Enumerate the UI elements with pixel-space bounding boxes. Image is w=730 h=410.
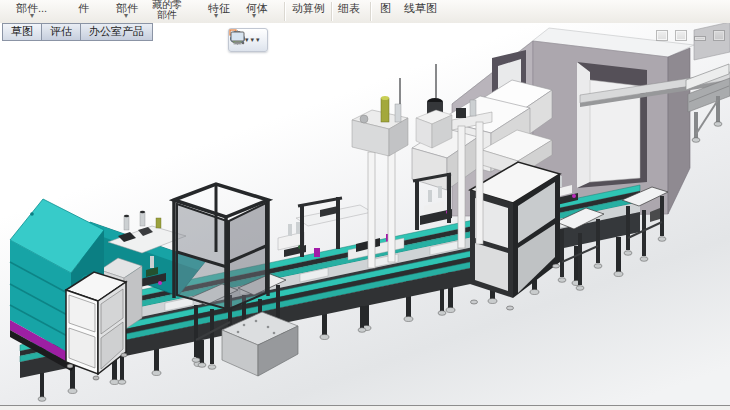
frame-cage[interactable] <box>174 184 268 312</box>
tab-evaluate[interactable]: 评估 <box>41 23 81 41</box>
tab-sketch[interactable]: 草图 <box>2 23 42 41</box>
ribbon-item-motion-study[interactable]: 动算例 <box>292 1 325 16</box>
ribbon-separator <box>331 2 332 21</box>
ribbon-item-mate[interactable]: 件 <box>78 1 89 16</box>
ribbon-item-exploded-view[interactable]: 图 <box>380 1 391 16</box>
ribbon-separator <box>284 2 285 21</box>
chevron-down-icon[interactable] <box>124 12 128 20</box>
graphics-viewport[interactable] <box>0 23 730 406</box>
outfeed-conveyor[interactable] <box>686 64 730 142</box>
app-window: 部件... 件 部件 藏的零部件 特征 何体 动算例 细表 图 线草图 草图 评… <box>0 0 730 410</box>
minimize-icon[interactable] <box>694 36 706 41</box>
ribbon-item-show-hidden-line2: 部件 <box>157 9 177 20</box>
commandmanager-tabs: 草图 评估 办公室产品 <box>2 23 152 41</box>
white-drawer-cabinet[interactable] <box>66 272 127 380</box>
corner-machine[interactable] <box>694 23 730 60</box>
tab-office-products[interactable]: 办公室产品 <box>80 23 153 41</box>
restore-icon[interactable] <box>656 30 668 41</box>
view-settings-icon[interactable] <box>229 29 246 46</box>
ribbon-item-bom[interactable]: 细表 <box>338 1 360 16</box>
dark-frame-cabinet[interactable] <box>470 130 560 310</box>
document-window-controls <box>656 30 725 41</box>
ribbon-bar: 部件... 件 部件 藏的零部件 特征 何体 动算例 细表 图 线草图 <box>0 0 730 24</box>
chevron-down-icon[interactable] <box>252 12 256 20</box>
assembly-model[interactable] <box>0 23 730 406</box>
ribbon-item-explode-line-sketch[interactable]: 线草图 <box>404 1 437 16</box>
chevron-down-icon[interactable] <box>30 12 34 20</box>
restore-icon[interactable] <box>675 30 687 41</box>
status-bar <box>0 405 730 410</box>
chevron-down-icon[interactable] <box>251 36 255 44</box>
chevron-down-icon[interactable] <box>214 12 218 20</box>
chevron-down-icon[interactable] <box>256 36 260 44</box>
ribbon-item-features[interactable]: 特征 <box>208 1 230 16</box>
ribbon-item-reference-geometry[interactable]: 何体 <box>246 1 268 16</box>
ribbon-item-show-hidden[interactable]: 藏的零部件 <box>152 0 182 20</box>
ribbon-separator <box>370 2 371 21</box>
close-icon[interactable] <box>713 30 725 41</box>
heads-up-view-toolbar <box>228 28 268 52</box>
